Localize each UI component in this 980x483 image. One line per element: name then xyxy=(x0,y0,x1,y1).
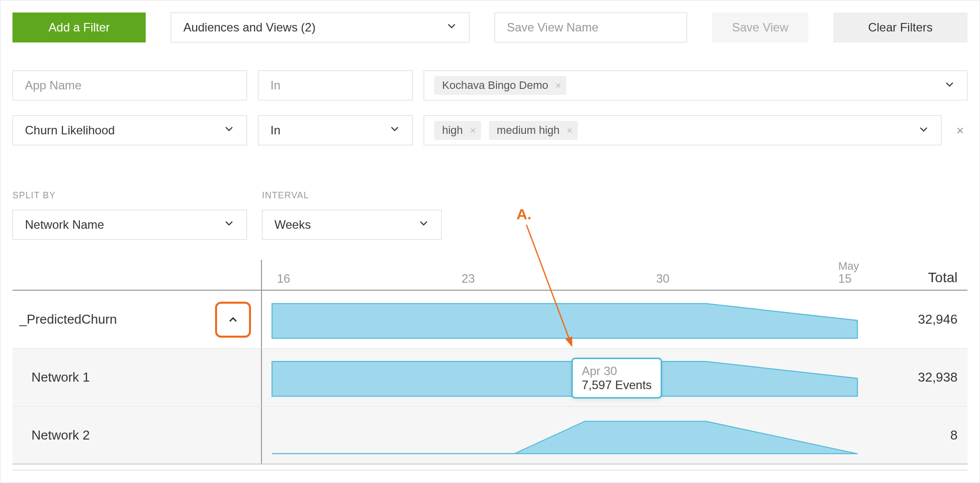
audiences-select[interactable]: Audiences and Views (2) xyxy=(171,12,469,42)
annotation-label: A. xyxy=(516,206,531,223)
svg-line-3 xyxy=(526,225,571,345)
chevron-down-icon xyxy=(223,217,236,233)
row-total: 32,938 xyxy=(888,370,968,385)
split-by-value: Network Name xyxy=(25,218,104,232)
filter-values-box[interactable]: Kochava Bingo Demo × xyxy=(424,70,968,100)
filter-op-label: In xyxy=(270,78,280,92)
split-by-label: SPLIT BY xyxy=(12,190,247,201)
clear-filters-button[interactable]: Clear Filters xyxy=(833,12,968,42)
row-name-cell: _PredictedChurn xyxy=(12,291,262,348)
filter-values-box[interactable]: high × medium high × xyxy=(424,115,942,145)
metric-row: Network 1 Apr 30 7,597 Events 32,938 xyxy=(12,349,968,407)
total-header: Total xyxy=(888,270,968,290)
filter-op-select[interactable]: In xyxy=(258,115,413,145)
chevron-down-icon xyxy=(445,19,458,35)
filter-row: App Name In Kochava Bingo Demo × xyxy=(12,70,968,100)
filter-tag-label: high xyxy=(442,124,463,136)
chevron-down-icon xyxy=(223,122,236,138)
chart-tooltip: Apr 30 7,597 Events xyxy=(571,358,662,399)
footer-divider xyxy=(12,470,968,471)
remove-tag-icon[interactable]: × xyxy=(470,125,476,136)
filter-row: Churn Likelihood In high × medium high xyxy=(12,115,968,145)
filter-field-label: Churn Likelihood xyxy=(25,123,115,137)
sparkline[interactable]: Apr 30 7,597 Events xyxy=(262,349,888,406)
row-total: 32,946 xyxy=(888,312,968,327)
save-view-placeholder: Save View Name xyxy=(507,20,599,34)
filter-tag[interactable]: medium high × xyxy=(489,121,578,140)
remove-tag-icon[interactable]: × xyxy=(567,125,573,136)
filter-tag-label: Kochava Bingo Demo xyxy=(442,79,548,91)
tooltip-events: 7,597 Events xyxy=(582,378,652,392)
row-header-blank xyxy=(12,260,262,290)
chevron-down-icon xyxy=(943,78,956,93)
filter-tag[interactable]: high × xyxy=(434,121,481,140)
interval-select[interactable]: Weeks xyxy=(262,210,442,240)
axis-month: May xyxy=(838,260,859,273)
filter-op-label: In xyxy=(270,123,280,137)
remove-tag-icon[interactable]: × xyxy=(555,80,561,91)
row-name: Network 2 xyxy=(31,428,90,443)
svg-marker-1 xyxy=(272,362,857,396)
axis-tick: 23 xyxy=(462,272,475,286)
audiences-label: Audiences and Views (2) xyxy=(183,20,315,34)
metric-row: Network 2 8 xyxy=(12,407,968,465)
row-total: 8 xyxy=(888,428,968,443)
annotation-arrow xyxy=(521,225,586,350)
svg-marker-2 xyxy=(272,421,857,454)
tooltip-date: Apr 30 xyxy=(582,364,617,378)
row-name: Network 1 xyxy=(31,370,90,385)
filter-op-select[interactable]: In xyxy=(258,70,413,100)
sparkline[interactable] xyxy=(262,407,888,464)
save-view-name-input[interactable]: Save View Name xyxy=(494,12,688,42)
collapse-toggle[interactable] xyxy=(215,302,251,338)
split-by-select[interactable]: Network Name xyxy=(12,210,247,240)
axis-tick: 30 xyxy=(656,272,670,286)
row-name-cell: Network 2 xyxy=(12,407,262,464)
save-view-button[interactable]: Save View xyxy=(712,12,808,42)
metric-row: _PredictedChurn 32,946 xyxy=(12,291,968,349)
interval-label: INTERVAL xyxy=(262,190,442,201)
chevron-up-icon xyxy=(227,313,240,326)
chevron-down-icon xyxy=(917,123,930,138)
chevron-down-icon xyxy=(417,217,430,233)
add-filter-button[interactable]: Add a Filter xyxy=(12,12,146,42)
filter-field-label: App Name xyxy=(25,78,81,92)
chevron-down-icon xyxy=(388,122,401,138)
filter-field-select[interactable]: App Name xyxy=(12,70,247,100)
axis-tick: 16 xyxy=(277,272,290,286)
interval-value: Weeks xyxy=(274,218,311,232)
filter-tag-label: medium high xyxy=(497,124,560,136)
row-name: _PredictedChurn xyxy=(19,312,117,327)
remove-filter-button[interactable]: × xyxy=(953,123,968,138)
filter-tag[interactable]: Kochava Bingo Demo × xyxy=(434,76,566,95)
row-name-cell: Network 1 xyxy=(12,349,262,406)
axis-tick: 15 xyxy=(838,272,852,286)
filter-field-select[interactable]: Churn Likelihood xyxy=(12,115,247,145)
